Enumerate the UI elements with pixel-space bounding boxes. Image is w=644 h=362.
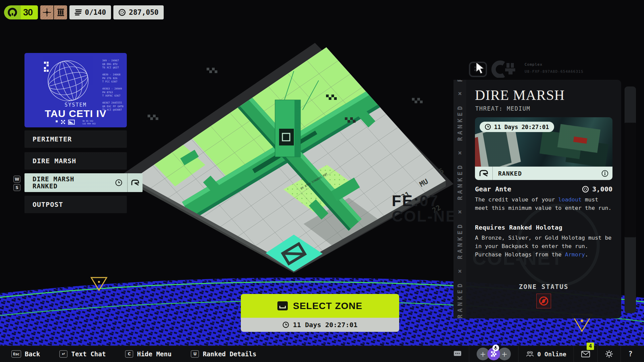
text-chat-button[interactable]: ↵ Text Chat: [59, 350, 106, 358]
divider: [574, 346, 574, 362]
zone-rotation-timer: 11 Days 20:27:01: [241, 318, 399, 332]
system-name: TAU CETI IV: [24, 108, 127, 119]
select-zone-container: SELECT ZONE 11 Days 20:27:01: [241, 294, 399, 332]
party-avatars: + +: [477, 348, 511, 360]
clock-icon: [115, 179, 122, 186]
rank-tier-badge: [40, 5, 67, 19]
key-hint-down: S: [13, 184, 20, 191]
back-button[interactable]: Esc Back: [11, 350, 40, 358]
divider: [621, 346, 621, 362]
zone-status-label: ZONE STATUS: [466, 283, 621, 290]
system-label: SYSTEM: [24, 102, 127, 108]
microphone-icon: [492, 345, 499, 351]
complex-name: Complex: [525, 62, 583, 67]
credits-value: 287,050: [129, 8, 159, 16]
settings-gear-icon[interactable]: [605, 350, 613, 358]
zone-timer-value: 11 Days 20:27:01: [494, 124, 549, 130]
divider: [469, 346, 469, 362]
credits-icon: [118, 9, 126, 16]
divider: [597, 346, 598, 362]
gear-ante-row: Gear Ante 3,000: [475, 185, 612, 193]
panel-scrollbar: [625, 86, 636, 313]
gear-ante-label: Gear Ante: [475, 185, 511, 193]
holotag-requirement-title: Requires Ranked Holotag: [475, 224, 562, 231]
ping-crosshair-icon: [40, 5, 53, 19]
zone-timer-pill: 11 Days 20:27:01: [480, 122, 554, 132]
zone-status-locked-icon: [536, 294, 551, 308]
selected-zone-mode: RANKED: [33, 183, 74, 190]
ranked-mode-icon: [127, 173, 143, 192]
zone-list-item-dire-marsh-ranked-selected[interactable]: DIRE MARSH RANKED: [24, 173, 143, 192]
complex-logo-icon: [469, 60, 519, 78]
credits-badge: 287,050: [113, 5, 164, 19]
info-icon[interactable]: [601, 170, 608, 177]
key-hint-up: W: [13, 176, 20, 183]
mail-count-badge: 4: [587, 343, 594, 350]
quota-value: 0/140: [85, 8, 106, 16]
threat-level: THREAT: MEDIUM: [475, 105, 530, 112]
mail-button[interactable]: 4: [581, 351, 590, 357]
player-level-value: 30: [21, 5, 38, 19]
panel-scrollbar-thumb[interactable]: [625, 123, 636, 237]
gear-ante-value: 3,000: [592, 185, 612, 193]
help-button[interactable]: ?: [628, 350, 633, 358]
zone-select-screen: 31 MU 5 22 PX 8760 SYNODIC R8T FE:07 COL…: [0, 0, 644, 362]
zone-thumbnail-card: 11 Days 20:27:01 RANKED: [475, 117, 612, 180]
envelope-icon: [581, 351, 590, 357]
select-zone-button[interactable]: SELECT ZONE: [241, 294, 399, 318]
selected-zone-name: DIRE MARSH: [33, 176, 74, 183]
list-lines-icon: [74, 9, 82, 16]
zone-list-item-dire-marsh[interactable]: DIRE MARSH: [24, 152, 127, 170]
u-key-chip: U: [191, 350, 199, 358]
zone-list-item-outpost[interactable]: OUTPOST: [24, 196, 127, 213]
hide-menu-button[interactable]: C Hide Menu: [125, 350, 171, 358]
zone-title: DIRE MARSH: [475, 87, 565, 103]
ranked-mode-bar: RANKED: [475, 167, 612, 180]
pixel-glyph-icon: [44, 62, 53, 73]
complex-serial: U8-FXF-897A8D-654A6631S: [525, 69, 583, 74]
people-icon: [526, 351, 534, 357]
faction-logo-block: Complex U8-FXF-897A8D-654A6631S: [469, 60, 583, 78]
ranked-mode-icon: [475, 167, 493, 180]
game-logo-icon: [4, 5, 21, 19]
ranked-vertical-strip: RANKED × RANKED × RANKED × RANKED × RANK…: [453, 80, 466, 318]
zone-list-item-perimeter[interactable]: PERIMETER: [24, 130, 127, 148]
divider: [518, 346, 519, 362]
quota-badge: 0/140: [69, 5, 111, 19]
chat-bubble-icon[interactable]: [453, 351, 462, 357]
player-level-badge: 30: [4, 5, 38, 19]
map-barcode-mark: [128, 138, 140, 148]
enter-key-chip: ↵: [59, 350, 67, 358]
gear-ante-description: The credit value of your loadout must me…: [475, 196, 613, 213]
online-status[interactable]: 0 Online: [526, 351, 567, 358]
ranked-mode-label: RANKED: [498, 170, 522, 177]
c-key-chip: C: [125, 350, 133, 358]
system-card: 349 - 24967 Q8 ERG 8TU T6 XCI @627 4839 …: [24, 53, 127, 127]
clock-icon: [485, 124, 491, 130]
bottom-action-bar: Esc Back ↵ Text Chat C Hide Menu U Ranke…: [0, 346, 644, 362]
player-hud: 30 0/140 287,050: [4, 5, 164, 19]
tier-pillar-icon: [53, 5, 67, 19]
system-footer-code: 9D 66 542 LU2 894 562: [83, 120, 96, 125]
armory-link[interactable]: Armory: [565, 251, 585, 258]
spacebar-key-icon: [277, 301, 288, 310]
clock-icon: [282, 321, 289, 328]
credits-icon: [582, 186, 589, 193]
zone-detail-panel: COL-NET DIRE MARSH THREAT: MEDIUM 11 Day…: [466, 80, 621, 318]
ranked-details-button[interactable]: U Ranked Details: [191, 350, 256, 358]
system-footer-glyphs-icon: [56, 120, 79, 125]
holotag-requirement-description: A Bronze, Silver, or Gold Holotag must b…: [475, 234, 613, 259]
avatar-pixel-icon: [490, 350, 497, 358]
loadout-link[interactable]: loadout: [558, 196, 582, 203]
esc-key-chip: Esc: [11, 350, 21, 358]
